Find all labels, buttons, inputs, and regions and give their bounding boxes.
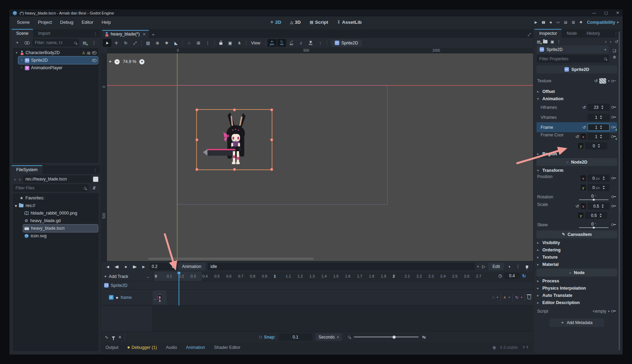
viewport[interactable]: ⌖ − 74.9 % + <box>101 48 533 261</box>
revert-icon[interactable]: ↺ <box>582 105 586 110</box>
inspector-node-header[interactable]: ○Node <box>536 269 617 277</box>
file-hblade-rabbit-0000-png[interactable]: hblade_rabbit_0000.png <box>23 209 98 217</box>
file-heavy-blade-tscn[interactable]: heavy_blade.tscn <box>23 225 98 232</box>
attach-script-button[interactable]: ▤ <box>80 39 89 46</box>
inspector-animation-section[interactable]: ▾Animation <box>536 95 617 102</box>
menu-debug[interactable]: Debug <box>57 18 77 26</box>
inspector-scale-y-value[interactable]: 0.5 <box>585 212 607 219</box>
chevron-down-icon[interactable]: ▾ <box>497 296 498 299</box>
inspector-auto-translate-section[interactable]: ▸Auto Translate <box>536 292 617 299</box>
play-button[interactable]: ▶ <box>535 20 537 24</box>
timeline-pan-icon[interactable]: ↔ <box>146 274 150 279</box>
inspector-visibility-section[interactable]: ▸Visibility <box>536 239 617 246</box>
spinner-arrows-icon[interactable] <box>172 265 174 269</box>
scene-node-sprite2d[interactable]: └Sprite2D <box>18 56 98 64</box>
load-resource-folder-icon[interactable] <box>543 40 548 43</box>
step-forward-button[interactable]: ▮▶ <box>130 263 139 270</box>
inspector-ordering-section[interactable]: ▸Ordering <box>536 246 617 253</box>
inspector-node2d-header[interactable]: ○Node2D <box>536 158 617 166</box>
canvas[interactable]: ⌖ − 74.9 % + <box>107 53 533 261</box>
open-docs-icon[interactable]: ❏ <box>613 49 616 53</box>
fs-back-button[interactable]: ‹ <box>13 177 17 182</box>
add-node-button[interactable]: + <box>13 39 21 46</box>
bottom-tab-debugger-1[interactable]: Debugger (1) <box>128 345 157 350</box>
scene-filter-input[interactable]: Filter: name, t:t <box>32 39 79 46</box>
spinner-arrows-icon[interactable] <box>600 135 602 138</box>
inspector-sprite2d-header[interactable]: Sprite2D <box>536 65 617 73</box>
key-icon-add[interactable]: + <box>611 135 616 139</box>
key-icon[interactable] <box>611 115 616 119</box>
visibility-eye-icon[interactable] <box>92 59 97 62</box>
expand-bottom-panel-icon[interactable]: ↟↟ <box>522 345 529 350</box>
snap-options-menu[interactable]: ⋮ <box>203 39 212 47</box>
selection-rect[interactable] <box>196 109 272 170</box>
key-icon[interactable] <box>611 204 616 208</box>
spinner-arrows-icon[interactable] <box>600 115 602 119</box>
pause-button[interactable]: ▮▮ <box>542 20 545 24</box>
grid-snap-toggle[interactable]: ⊞ <box>194 39 203 47</box>
instance-scene-button[interactable] <box>23 39 31 46</box>
slider-knob[interactable] <box>392 335 395 339</box>
chevron-down-icon[interactable]: ▾ <box>477 265 479 268</box>
fs-split-mode-button[interactable] <box>93 177 98 182</box>
track-row-frame[interactable]: ✓ ◆ frame ∴▾ ∧▾ ↻▾ <box>101 290 533 305</box>
tab-inspector[interactable]: Inspector <box>534 29 562 38</box>
node-selector-dropdown[interactable]: Sprite2D ▾ <box>537 45 609 53</box>
movie-maker-button[interactable]: ✱ <box>580 20 582 24</box>
inspector-scrollbar[interactable] <box>618 31 620 351</box>
bottom-tab-audio[interactable]: Audio <box>166 345 177 350</box>
chevron-down-icon[interactable]: ▾ <box>608 79 610 83</box>
viewport-hscrollbar[interactable] <box>148 258 314 260</box>
inspector-filter-input[interactable]: Filter Properties <box>537 55 609 63</box>
scene-tab-heavy-blade[interactable]: heavy_blade(*) ✕ <box>102 30 149 38</box>
select-tool[interactable]: ➤ <box>103 39 111 47</box>
fs-sort-button[interactable]: ⇵ <box>90 184 98 192</box>
keyframe-thumbnail[interactable] <box>153 290 167 305</box>
menu-project[interactable]: Project <box>34 18 55 26</box>
revert-icon[interactable]: ↺ <box>594 79 598 83</box>
scene-node-animationplayer[interactable]: └AnimationPlayer <box>18 64 98 72</box>
f s-forward-button[interactable]: › <box>18 177 21 182</box>
animation-length-clock-icon[interactable]: ◷ <box>498 273 502 278</box>
animation-options-icon[interactable]: ⋮ <box>514 263 522 270</box>
inspector-canvasitem-header[interactable]: ✎CanvasItem <box>536 230 617 238</box>
stop-button[interactable]: ■ <box>121 263 130 270</box>
insert-key-button[interactable]: ⚷ <box>297 39 305 47</box>
inspector-tools-icon[interactable]: ⚙ <box>613 55 616 60</box>
zoom-out-button[interactable]: − <box>114 59 120 64</box>
chevron-down-icon[interactable]: ▾ <box>15 51 18 54</box>
menu-help[interactable]: Help <box>98 18 114 26</box>
inspector-skew-slider[interactable]: 0 ° <box>578 222 610 228</box>
inspector-script-value[interactable]: <empty <box>593 309 606 314</box>
rotate-tool[interactable]: ↻ <box>121 39 130 47</box>
workspace-tab-3d[interactable]: △3D <box>287 19 304 26</box>
history-back-icon[interactable]: ‹ <box>605 39 606 44</box>
current-time-spinner[interactable]: 0.2 <box>150 263 176 270</box>
timeline-zoom-slider[interactable] <box>354 336 419 337</box>
spinner-arrows-icon[interactable] <box>603 176 605 180</box>
track-enabled-checkbox[interactable]: ✓ <box>109 295 113 300</box>
filter-tracks-icon[interactable] <box>112 335 115 340</box>
add-track-button[interactable]: + Add Track ↔ <box>101 272 153 281</box>
history-icon[interactable]: ↺ <box>615 39 618 44</box>
inspector-frame-coor-y-value[interactable]: 0 <box>585 142 607 149</box>
spinner-arrows-icon[interactable] <box>603 186 605 189</box>
key-icon[interactable] <box>611 105 616 110</box>
chevron-down-icon[interactable]: ▾ <box>521 296 522 299</box>
distraction-free-button[interactable]: ⤢ <box>528 32 531 37</box>
slider-track[interactable] <box>579 227 609 228</box>
inspector-texture-section[interactable]: ▸Texture <box>536 253 617 261</box>
stop-button[interactable]: ■ <box>550 20 551 24</box>
ruler-tool[interactable]: ◣ <box>172 39 180 47</box>
play-custom-scene-button[interactable]: ▥ <box>572 20 574 24</box>
workspace-tab-script[interactable]: ▤Script <box>307 19 331 26</box>
track-loop-wrap-icon[interactable]: ↻ <box>515 295 519 300</box>
scale-tool[interactable]: ⤢ <box>131 39 139 47</box>
inspector-region-section[interactable]: ▸Region <box>536 150 617 157</box>
inspector-physics-interpolation-section[interactable]: ▸Physics Interpolation <box>536 284 617 292</box>
workspace-tab-assetlib[interactable]: ↧AssetLib <box>334 19 365 26</box>
pin-button[interactable] <box>523 263 531 270</box>
inspector-scale-x-value[interactable]: 0.5 <box>588 202 610 210</box>
inspector-rotation-slider[interactable]: 0 ° <box>578 194 610 200</box>
track-group-sprite2d[interactable]: Sprite2D <box>101 281 533 290</box>
